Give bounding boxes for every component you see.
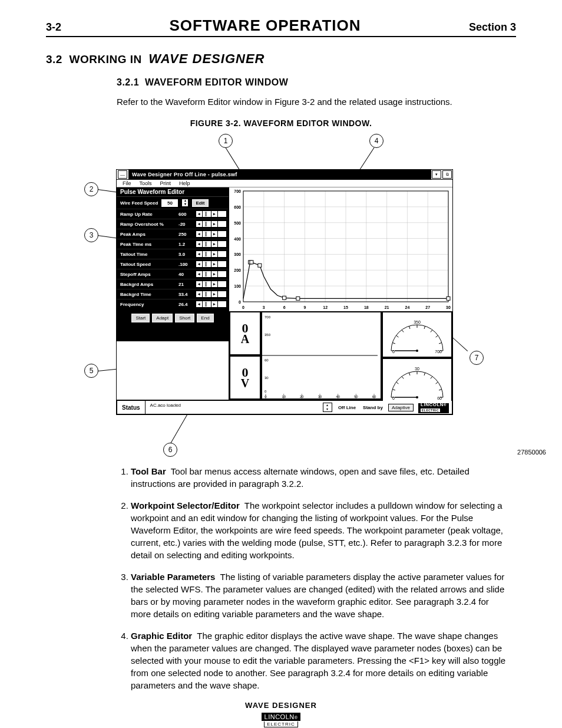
waveform-chart[interactable]: 0369121518212427300100200300400500600700 xyxy=(229,187,452,311)
svg-text:30: 30 xyxy=(265,376,269,380)
increment-button[interactable]: ▸ xyxy=(211,291,217,297)
param-name: Ramp Overshoot % xyxy=(120,222,177,227)
svg-line-68 xyxy=(396,335,398,337)
amps-gauge: 0350700 xyxy=(383,312,451,357)
param-toggle[interactable] xyxy=(218,301,226,307)
param-slider[interactable] xyxy=(203,261,211,267)
svg-text:20: 20 xyxy=(300,395,304,398)
increment-button[interactable]: ▸ xyxy=(211,211,217,217)
svg-text:0: 0 xyxy=(239,300,241,304)
status-toggle[interactable]: ▴▾ xyxy=(323,403,332,412)
end-button[interactable]: End xyxy=(197,314,213,322)
wfs-spinner[interactable]: ▴▾ xyxy=(181,199,189,207)
param-slider[interactable] xyxy=(203,291,211,297)
param-toggle[interactable] xyxy=(218,241,226,247)
param-row: Peak Time ms1.2◂▸ xyxy=(117,239,229,249)
increment-button[interactable]: ▸ xyxy=(211,261,217,267)
param-slider[interactable] xyxy=(203,301,211,307)
increment-button[interactable]: ▸ xyxy=(211,231,217,237)
increment-button[interactable]: ▸ xyxy=(211,221,217,227)
maximize-button[interactable]: ⧉ xyxy=(442,170,452,179)
decrement-button[interactable]: ◂ xyxy=(196,291,202,297)
param-toggle[interactable] xyxy=(218,291,226,297)
status-mode[interactable]: Adaptive xyxy=(388,404,414,411)
list-item: Tool Bar Tool bar menus access alternate… xyxy=(131,465,516,490)
section-label: Section 3 xyxy=(469,21,516,34)
param-slider[interactable] xyxy=(203,271,211,277)
param-toggle[interactable] xyxy=(218,231,226,237)
wfs-edit-button[interactable]: Edit xyxy=(192,199,208,207)
menu-print[interactable]: Print xyxy=(160,180,171,186)
param-toggle[interactable] xyxy=(218,271,226,277)
callout-6: 6 xyxy=(163,443,177,457)
menu-help[interactable]: Help xyxy=(179,180,190,186)
svg-text:6: 6 xyxy=(283,305,286,309)
param-toggle[interactable] xyxy=(218,221,226,227)
svg-rect-40 xyxy=(250,261,253,264)
increment-button[interactable]: ▸ xyxy=(211,301,217,307)
callout-4: 4 xyxy=(369,134,384,148)
decrement-button[interactable]: ◂ xyxy=(196,251,202,257)
menu-file[interactable]: File xyxy=(123,180,131,186)
decrement-button[interactable]: ◂ xyxy=(196,261,202,267)
param-toggle[interactable] xyxy=(218,251,226,257)
about-button[interactable]: About xyxy=(160,326,185,337)
minimize-button[interactable]: ▾ xyxy=(432,170,441,179)
window-title: Wave Designer Pro Off Line - pulse.swf xyxy=(128,170,431,179)
menu-tools[interactable]: Tools xyxy=(140,180,152,186)
callout-5: 5 xyxy=(84,364,98,378)
svg-line-88 xyxy=(424,373,425,375)
status-standby: Stand by xyxy=(359,405,386,410)
figure-caption: FIGURE 3-2. WAVEFORM EDITOR WINDOW. xyxy=(46,118,516,128)
volts-gauge: 03060 xyxy=(383,359,451,403)
page-header: 3-2 SOFTWARE OPERATION Section 3 xyxy=(46,17,516,37)
callout-2: 2 xyxy=(84,182,98,196)
decrement-button[interactable]: ◂ xyxy=(196,241,202,247)
decrement-button[interactable]: ◂ xyxy=(196,211,202,217)
decrement-button[interactable]: ◂ xyxy=(196,281,202,287)
param-name: Stepoff Amps xyxy=(120,272,177,277)
increment-button[interactable]: ▸ xyxy=(211,251,217,257)
adapt-button[interactable]: Adapt xyxy=(152,314,173,322)
decrement-button[interactable]: ◂ xyxy=(196,221,202,227)
start-button[interactable]: Start xyxy=(131,314,150,322)
param-value: 600 xyxy=(177,212,196,217)
svg-text:600: 600 xyxy=(234,205,241,209)
param-slider[interactable] xyxy=(203,211,211,217)
svg-text:30: 30 xyxy=(318,395,322,398)
param-toggle[interactable] xyxy=(218,261,226,267)
callout-1: 1 xyxy=(219,134,233,148)
param-row: Peak Amps250◂▸ xyxy=(117,229,229,239)
svg-point-81 xyxy=(416,350,418,352)
param-row: Stepoff Amps40◂▸ xyxy=(117,269,229,279)
decrement-button[interactable]: ◂ xyxy=(196,231,202,237)
figure: 1 2 3 4 5 6 7 — Wave Designer Pro Off Li… xyxy=(81,134,481,452)
increment-button[interactable]: ▸ xyxy=(211,281,217,287)
param-slider[interactable] xyxy=(203,221,211,227)
increment-button[interactable]: ▸ xyxy=(211,271,217,277)
param-slider[interactable] xyxy=(203,281,211,287)
callout-7: 7 xyxy=(470,351,484,365)
short-button[interactable]: Short xyxy=(175,314,194,322)
param-slider[interactable] xyxy=(203,251,211,257)
menubar: File Tools Print Help xyxy=(117,180,452,187)
svg-rect-41 xyxy=(258,263,262,267)
decrement-button[interactable]: ◂ xyxy=(196,271,202,277)
svg-line-86 xyxy=(409,373,410,375)
svg-rect-42 xyxy=(283,297,286,300)
param-toggle[interactable] xyxy=(218,211,226,217)
param-toggle[interactable] xyxy=(218,281,226,287)
param-value: 26.4 xyxy=(177,302,196,307)
param-slider[interactable] xyxy=(203,231,211,237)
svg-line-83 xyxy=(392,390,395,391)
svg-text:12: 12 xyxy=(323,305,328,309)
increment-button[interactable]: ▸ xyxy=(211,241,217,247)
param-slider[interactable] xyxy=(203,241,211,247)
svg-text:400: 400 xyxy=(234,237,241,241)
decrement-button[interactable]: ◂ xyxy=(196,301,202,307)
svg-line-69 xyxy=(402,330,404,332)
page-number: 3-2 xyxy=(46,21,61,34)
system-menu-icon[interactable]: — xyxy=(118,170,127,179)
svg-line-72 xyxy=(424,326,425,329)
wfs-value[interactable]: 50 xyxy=(161,199,178,207)
